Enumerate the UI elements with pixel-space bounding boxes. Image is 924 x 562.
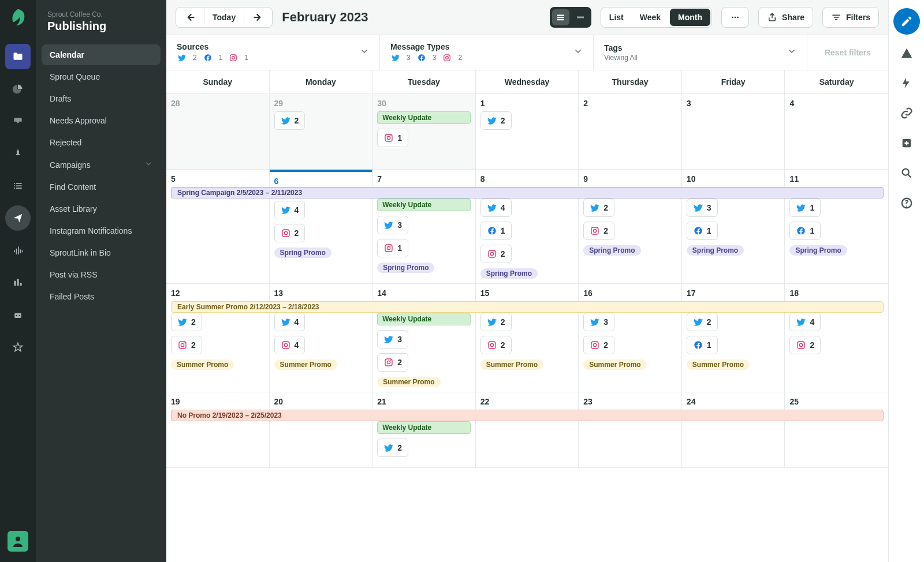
campaign-bar[interactable]: Spring Campaign 2/5/2023 – 2/11/2023: [171, 187, 884, 198]
day-cell-15[interactable]: 1522Summer Promo: [476, 284, 579, 392]
weekly-update-tag[interactable]: Weekly Update: [377, 421, 471, 434]
tw-post-pill[interactable]: 3: [377, 216, 408, 234]
day-cell-23[interactable]: 23: [579, 392, 682, 467]
day-cell-18[interactable]: 1842: [785, 284, 888, 392]
user-avatar[interactable]: [8, 531, 28, 552]
compose-button[interactable]: [893, 8, 920, 35]
day-cell-25[interactable]: 25: [785, 392, 888, 467]
fb-post-pill[interactable]: 1: [687, 336, 718, 354]
campaign-bar[interactable]: No Promo 2/19/2023 – 2/25/2023: [171, 410, 884, 421]
promo-tag[interactable]: Summer Promo: [583, 359, 646, 370]
ig-post-pill[interactable]: 1: [377, 129, 408, 147]
ig-post-pill[interactable]: 2: [583, 222, 614, 240]
alerts-icon[interactable]: [895, 42, 918, 65]
ig-post-pill[interactable]: 2: [480, 336, 512, 354]
rail-bot-icon[interactable]: [5, 302, 31, 328]
promo-tag[interactable]: Spring Promo: [377, 263, 434, 273]
tw-post-pill[interactable]: 2: [274, 111, 305, 130]
density-rows-icon[interactable]: [552, 9, 569, 25]
promo-tag[interactable]: Summer Promo: [377, 377, 440, 387]
tw-post-pill[interactable]: 3: [687, 198, 718, 217]
sidebar-item-rejected[interactable]: Rejected: [42, 132, 161, 153]
day-cell-20[interactable]: 20: [270, 392, 373, 467]
sidebar-item-find-content[interactable]: Find Content: [42, 177, 161, 197]
reset-filters[interactable]: Reset filters: [807, 35, 888, 70]
day-cell-4[interactable]: 4: [785, 94, 888, 169]
fb-post-pill[interactable]: 1: [480, 222, 512, 240]
tw-post-pill[interactable]: 4: [274, 201, 305, 219]
help-icon[interactable]: [895, 192, 918, 215]
promo-tag[interactable]: Summer Promo: [687, 359, 750, 370]
sidebar-item-drafts[interactable]: Drafts: [42, 88, 161, 109]
rail-reports-icon[interactable]: [5, 270, 31, 295]
rail-listening-icon[interactable]: [5, 238, 31, 263]
view-week[interactable]: Week: [632, 8, 669, 27]
ig-post-pill[interactable]: 2: [583, 336, 614, 354]
ig-post-pill[interactable]: 1: [377, 239, 408, 257]
rail-dashboard-icon[interactable]: [5, 76, 31, 102]
next-button[interactable]: [244, 8, 272, 27]
day-cell-22[interactable]: 22: [476, 392, 579, 467]
tw-post-pill[interactable]: 3: [583, 313, 614, 331]
day-cell-13[interactable]: 1344Summer Promo: [270, 284, 373, 392]
view-month[interactable]: Month: [670, 9, 710, 26]
tw-post-pill[interactable]: 2: [687, 313, 718, 331]
day-cell-3[interactable]: 3: [682, 94, 785, 169]
day-cell-14[interactable]: 14Weekly Update32Summer Promo: [372, 284, 476, 392]
campaign-bar[interactable]: Early Summer Promo 2/12/2023 – 2/18/2023: [171, 301, 884, 313]
ig-post-pill[interactable]: 2: [480, 245, 512, 263]
day-cell-28[interactable]: 28: [166, 94, 270, 169]
tw-post-pill[interactable]: 2: [377, 439, 408, 457]
ig-post-pill[interactable]: 2: [377, 353, 408, 372]
tw-post-pill[interactable]: 2: [171, 313, 202, 331]
tw-post-pill[interactable]: 1: [789, 198, 821, 217]
promo-tag[interactable]: Spring Promo: [687, 245, 744, 256]
day-cell-29[interactable]: 292: [270, 94, 373, 169]
ig-post-pill[interactable]: 2: [171, 336, 202, 354]
tw-post-pill[interactable]: 3: [377, 330, 408, 349]
search-icon[interactable]: [895, 162, 918, 185]
tw-post-pill[interactable]: 2: [583, 198, 614, 217]
share-button[interactable]: Share: [758, 7, 813, 28]
density-compact-icon[interactable]: [572, 9, 589, 25]
promo-tag[interactable]: Spring Promo: [480, 268, 538, 279]
tw-post-pill[interactable]: 2: [480, 313, 512, 331]
tw-post-pill[interactable]: 4: [789, 313, 821, 331]
rail-inbox-icon[interactable]: [5, 108, 31, 134]
rail-pin-icon[interactable]: [5, 141, 31, 166]
tw-post-pill[interactable]: 2: [480, 111, 512, 130]
day-cell-16[interactable]: 1632Summer Promo: [579, 284, 682, 392]
fb-post-pill[interactable]: 1: [789, 222, 821, 240]
more-button[interactable]: [721, 7, 749, 28]
tw-post-pill[interactable]: 4: [274, 313, 305, 331]
view-list[interactable]: List: [601, 8, 632, 27]
day-cell-30[interactable]: 30Weekly Update1: [372, 94, 476, 169]
weekly-update-tag[interactable]: Weekly Update: [377, 111, 471, 124]
filters-button[interactable]: Filters: [822, 7, 879, 28]
filter-sources[interactable]: Sources 2 1 1: [166, 35, 380, 70]
filter-tags[interactable]: Tags Viewing All: [594, 35, 807, 70]
prev-button[interactable]: [176, 8, 204, 27]
sidebar-item-needs-approval[interactable]: Needs Approval: [42, 110, 161, 131]
weekly-update-tag[interactable]: Weekly Update: [377, 313, 471, 325]
sidebar-item-campaigns[interactable]: Campaigns: [42, 154, 161, 175]
bolt-icon[interactable]: [895, 72, 918, 95]
sidebar-item-sproutlink-in-bio[interactable]: SproutLink in Bio: [42, 242, 161, 263]
rail-list-icon[interactable]: [5, 173, 31, 198]
tw-post-pill[interactable]: 4: [480, 198, 512, 217]
day-cell-24[interactable]: 24: [682, 392, 785, 467]
link-icon[interactable]: [895, 102, 918, 125]
day-cell-12[interactable]: 1222Summer Promo: [166, 284, 270, 392]
fb-post-pill[interactable]: 1: [687, 222, 718, 240]
sidebar-item-sprout-queue[interactable]: Sprout Queue: [42, 66, 161, 87]
promo-tag[interactable]: Summer Promo: [171, 359, 234, 370]
promo-tag[interactable]: Spring Promo: [583, 245, 640, 256]
rail-folder-icon[interactable]: [5, 44, 31, 69]
day-cell-19[interactable]: 19: [166, 392, 270, 467]
day-cell-21[interactable]: 21Weekly Update2: [372, 392, 476, 467]
promo-tag[interactable]: Spring Promo: [789, 245, 847, 256]
day-cell-1[interactable]: 12: [476, 94, 579, 169]
sidebar-item-post-via-rss[interactable]: Post via RSS: [42, 264, 161, 285]
sidebar-item-instagram-notifications[interactable]: Instagram Notifications: [42, 220, 161, 241]
ig-post-pill[interactable]: 2: [274, 224, 305, 242]
